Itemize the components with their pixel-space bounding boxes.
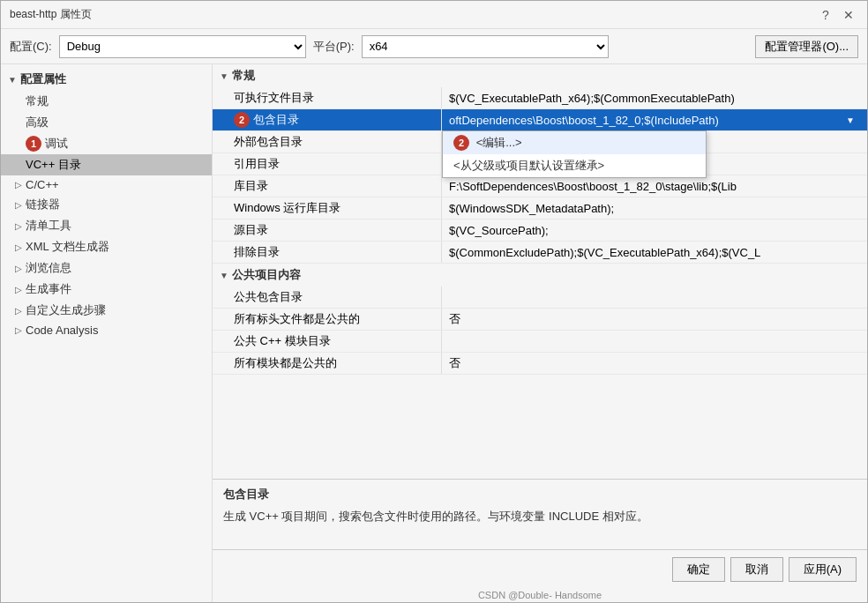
prop-name-all-modules-public: 所有模块都是公共的 bbox=[213, 353, 442, 374]
badge-2: 2 bbox=[234, 112, 250, 128]
sidebar-item-general-label: 常规 bbox=[26, 93, 49, 109]
include-dropdown: 2 <编辑...> <从父级或项目默认设置继承> bbox=[442, 130, 707, 178]
footer: 确定 取消 应用(A) bbox=[213, 549, 867, 588]
prop-value-all-modules-public: 否 bbox=[442, 353, 867, 374]
collapse-arrow: ▼ bbox=[8, 75, 17, 85]
sidebar-item-xml-gen[interactable]: ▷ XML 文档生成器 bbox=[1, 236, 212, 257]
main-window: beast-http 属性页 ? ✕ 配置(C): Debug 平台(P): x… bbox=[0, 0, 868, 603]
sidebar-item-build-events[interactable]: ▷ 生成事件 bbox=[1, 279, 212, 300]
title-bar-controls: ? ✕ bbox=[816, 5, 858, 25]
sidebar-section-label: 配置属性 bbox=[20, 71, 66, 87]
prop-value-pub-module bbox=[442, 331, 867, 352]
sidebar: ▼ 配置属性 常规 高级 1 调试 VC++ 目录 ▷ C/C++ ▷ bbox=[1, 64, 213, 602]
expand-arrow-buildevents: ▷ bbox=[15, 285, 22, 294]
cancel-button[interactable]: 取消 bbox=[730, 557, 783, 582]
config-select[interactable]: Debug bbox=[59, 35, 306, 58]
prop-name-executable: 可执行文件目录 bbox=[213, 87, 442, 108]
expand-arrow-custombuild: ▷ bbox=[15, 306, 22, 316]
prop-name-winrt-dirs: Windows 运行库目录 bbox=[213, 197, 442, 219]
prop-name-src-dirs: 源目录 bbox=[213, 220, 442, 241]
prop-name-lib-dirs: 库目录 bbox=[213, 175, 442, 197]
section-label-public: 公共项目内容 bbox=[232, 267, 301, 283]
section-arrow-general: ▼ bbox=[220, 71, 228, 81]
sidebar-item-vcdirs-label: VC++ 目录 bbox=[26, 157, 81, 173]
title-bar: beast-http 属性页 ? ✕ bbox=[1, 1, 867, 29]
ok-button[interactable]: 确定 bbox=[672, 557, 725, 582]
badge-3: 2 bbox=[453, 135, 469, 151]
section-label-general: 常规 bbox=[232, 68, 255, 84]
badge-1: 1 bbox=[26, 136, 41, 152]
sidebar-item-browse-label: 浏览信息 bbox=[26, 260, 71, 276]
expand-arrow-linker: ▷ bbox=[15, 200, 22, 210]
prop-row-all-modules-public[interactable]: 所有模块都是公共的 否 bbox=[213, 353, 867, 375]
prop-row-executable[interactable]: 可执行文件目录 $(VC_ExecutablePath_x64);$(Commo… bbox=[213, 87, 867, 109]
help-button[interactable]: ? bbox=[816, 5, 835, 25]
dropdown-arrow-include: ▼ bbox=[846, 115, 860, 125]
platform-label: 平台(P): bbox=[313, 39, 355, 55]
dropdown-item-edit[interactable]: 2 <编辑...> bbox=[443, 131, 706, 154]
watermark: CSDN @Double- Handsome bbox=[213, 588, 867, 602]
section-header-public: ▼ 公共项目内容 bbox=[213, 264, 867, 287]
sidebar-item-code-analysis[interactable]: ▷ Code Analysis bbox=[1, 321, 212, 339]
toolbar: 配置(C): Debug 平台(P): x64 配置管理器(O)... bbox=[1, 29, 867, 64]
expand-arrow-cpp: ▷ bbox=[15, 180, 22, 190]
sidebar-item-cpp[interactable]: ▷ C/C++ bbox=[1, 175, 212, 194]
prop-row-include[interactable]: 2 包含目录 oftDependences\Boost\boost_1_82_0… bbox=[213, 109, 867, 131]
prop-value-src-dirs: $(VC_SourcePath); bbox=[442, 220, 867, 241]
prop-row-all-headers-public[interactable]: 所有标头文件都是公共的 否 bbox=[213, 309, 867, 331]
prop-value-executable: $(VC_ExecutablePath_x64);$(CommonExecuta… bbox=[442, 87, 867, 108]
prop-name-pub-include: 公共包含目录 bbox=[213, 287, 442, 308]
sidebar-item-cpp-label: C/C++ bbox=[26, 178, 59, 191]
expand-arrow-listtools: ▷ bbox=[15, 221, 22, 231]
section-arrow-public: ▼ bbox=[220, 271, 228, 280]
prop-name-include: 2 包含目录 bbox=[213, 109, 442, 130]
sidebar-item-custombuild-label: 自定义生成步骤 bbox=[26, 302, 106, 318]
dropdown-item-inherit[interactable]: <从父级或项目默认设置继承> bbox=[443, 154, 706, 177]
expand-arrow-codeanalysis: ▷ bbox=[15, 325, 22, 335]
sidebar-item-browse[interactable]: ▷ 浏览信息 bbox=[1, 257, 212, 279]
manage-config-button[interactable]: 配置管理器(O)... bbox=[755, 35, 858, 58]
prop-value-all-headers-public: 否 bbox=[442, 309, 867, 330]
prop-row-lib-dirs[interactable]: 库目录 F:\SoftDependences\Boost\boost_1_82_… bbox=[213, 175, 867, 197]
info-desc: 生成 VC++ 项目期间，搜索包含文件时使用的路径。与环境变量 INCLUDE … bbox=[223, 508, 857, 525]
properties-area: ▼ 常规 可执行文件目录 $(VC_ExecutablePath_x64);$(… bbox=[213, 64, 867, 479]
sidebar-item-listtools-label: 清单工具 bbox=[26, 218, 71, 234]
sidebar-section-header: ▼ 配置属性 bbox=[1, 68, 212, 91]
sidebar-item-advanced-label: 高级 bbox=[26, 115, 49, 130]
sidebar-item-xmlgen-label: XML 文档生成器 bbox=[26, 239, 109, 255]
sidebar-item-general[interactable]: 常规 bbox=[1, 91, 212, 112]
expand-arrow-xmlgen: ▷ bbox=[15, 242, 22, 252]
prop-row-src-dirs[interactable]: 源目录 $(VC_SourcePath); bbox=[213, 220, 867, 242]
config-label: 配置(C): bbox=[10, 39, 52, 55]
info-panel: 包含目录 生成 VC++ 项目期间，搜索包含文件时使用的路径。与环境变量 INC… bbox=[213, 479, 867, 549]
expand-arrow-browse: ▷ bbox=[15, 264, 22, 273]
prop-name-external-include: 外部包含目录 bbox=[213, 131, 442, 153]
prop-row-excl-dirs[interactable]: 排除目录 $(CommonExcludePath);$(VC_Executabl… bbox=[213, 242, 867, 264]
prop-row-pub-module[interactable]: 公共 C++ 模块目录 bbox=[213, 331, 867, 353]
sidebar-item-custom-build[interactable]: ▷ 自定义生成步骤 bbox=[1, 300, 212, 321]
sidebar-item-debug[interactable]: 1 调试 bbox=[1, 133, 212, 154]
sidebar-item-vc-dirs[interactable]: VC++ 目录 bbox=[1, 154, 212, 175]
prop-row-pub-include[interactable]: 公共包含目录 bbox=[213, 287, 867, 309]
prop-name-all-headers-public: 所有标头文件都是公共的 bbox=[213, 309, 442, 330]
prop-name-excl-dirs: 排除目录 bbox=[213, 242, 442, 263]
apply-button[interactable]: 应用(A) bbox=[789, 557, 857, 582]
sidebar-item-debug-label: 调试 bbox=[45, 136, 68, 152]
close-button[interactable]: ✕ bbox=[839, 5, 858, 25]
main-content: ▼ 配置属性 常规 高级 1 调试 VC++ 目录 ▷ C/C++ ▷ bbox=[1, 64, 867, 602]
prop-name-pub-module: 公共 C++ 模块目录 bbox=[213, 331, 442, 352]
sidebar-item-list-tools[interactable]: ▷ 清单工具 bbox=[1, 215, 212, 236]
section-header-general: ▼ 常规 bbox=[213, 64, 867, 87]
prop-value-include: oftDependences\Boost\boost_1_82_0;$(Incl… bbox=[442, 109, 867, 130]
right-panel: ▼ 常规 可执行文件目录 $(VC_ExecutablePath_x64);$(… bbox=[213, 64, 867, 602]
prop-row-winrt-dirs[interactable]: Windows 运行库目录 $(WindowsSDK_MetadataPath)… bbox=[213, 197, 867, 220]
platform-select[interactable]: x64 bbox=[362, 35, 609, 58]
sidebar-item-linker[interactable]: ▷ 链接器 bbox=[1, 194, 212, 215]
sidebar-item-codeanalysis-label: Code Analysis bbox=[26, 324, 98, 337]
prop-value-lib-dirs: F:\SoftDependences\Boost\boost_1_82_0\st… bbox=[442, 175, 867, 197]
sidebar-item-buildevents-label: 生成事件 bbox=[26, 281, 71, 297]
prop-value-winrt-dirs: $(WindowsSDK_MetadataPath); bbox=[442, 197, 867, 219]
prop-value-pub-include bbox=[442, 287, 867, 308]
sidebar-item-linker-label: 链接器 bbox=[26, 197, 60, 212]
sidebar-item-advanced[interactable]: 高级 bbox=[1, 112, 212, 133]
